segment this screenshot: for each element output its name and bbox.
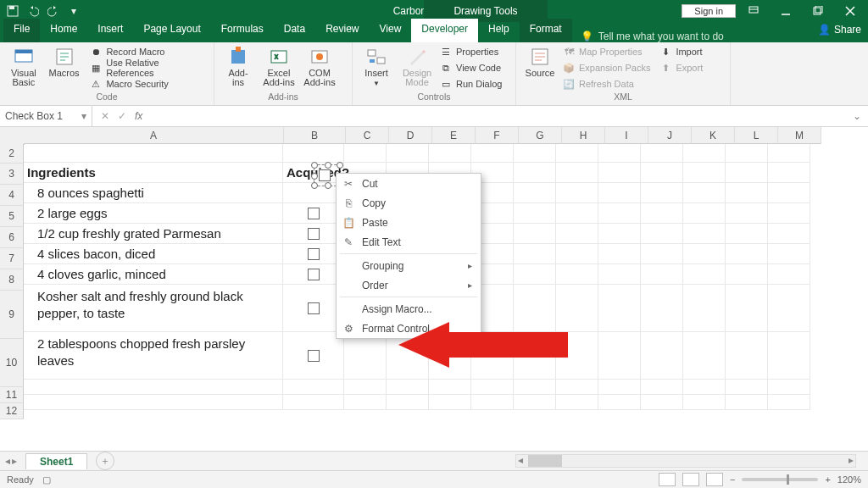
fx-label[interactable]: fx xyxy=(135,110,149,122)
page-layout-view-button[interactable] xyxy=(682,473,699,486)
cell-L11[interactable] xyxy=(726,380,768,395)
context-order[interactable]: Order▸ xyxy=(337,275,481,295)
cell-M5[interactable] xyxy=(768,203,810,224)
context-copy[interactable]: ⎘Copy xyxy=(337,193,481,213)
cell-E2[interactable] xyxy=(429,144,471,163)
horizontal-scrollbar[interactable]: ◂ ▸ xyxy=(515,454,856,468)
import-button[interactable]: ⬇Import xyxy=(659,44,703,59)
cell-M7[interactable] xyxy=(768,244,810,264)
design-mode-button[interactable]: Design Mode xyxy=(398,44,436,87)
expansion-packs-button[interactable]: 📦Expansion Packs xyxy=(562,60,650,75)
row-header-9[interactable]: 9 xyxy=(0,291,24,339)
cell-K9[interactable] xyxy=(683,285,726,332)
addins-button[interactable]: Add- ins xyxy=(220,44,257,87)
zoom-in-button[interactable]: + xyxy=(825,474,830,485)
cell-A11[interactable] xyxy=(24,380,283,395)
cell-G6[interactable] xyxy=(514,224,556,244)
close-icon[interactable] xyxy=(836,0,865,22)
col-header-E[interactable]: E xyxy=(432,127,476,144)
cell-J4[interactable] xyxy=(641,183,683,203)
zoom-out-button[interactable]: − xyxy=(730,474,735,485)
cell-K10[interactable] xyxy=(683,332,726,380)
cell-I12[interactable] xyxy=(598,395,641,410)
cell-H2[interactable] xyxy=(556,144,598,163)
cell-M3[interactable] xyxy=(768,163,810,183)
row-header-6[interactable]: 6 xyxy=(0,227,24,248)
signin-button[interactable]: Sign in xyxy=(682,4,736,18)
map-properties-button[interactable]: 🗺Map Properties xyxy=(562,44,650,59)
cell-K2[interactable] xyxy=(683,144,726,163)
zoom-slider[interactable] xyxy=(742,478,818,481)
cell-H12[interactable] xyxy=(556,395,598,410)
cell-D2[interactable] xyxy=(387,144,429,163)
cell-G2[interactable] xyxy=(514,144,556,163)
cell-J7[interactable] xyxy=(641,244,683,264)
chevron-down-icon[interactable]: ▾ xyxy=(81,110,86,122)
cell-A12[interactable] xyxy=(24,395,283,410)
cell-A9[interactable]: Kosher salt and freshly ground black pep… xyxy=(24,285,283,332)
cell-K7[interactable] xyxy=(683,244,726,264)
tab-review[interactable]: Review xyxy=(315,19,369,42)
cell-J12[interactable] xyxy=(641,395,683,410)
col-header-I[interactable]: I xyxy=(605,127,648,144)
cell-J9[interactable] xyxy=(641,285,683,332)
row-header-3[interactable]: 3 xyxy=(0,164,24,185)
view-code-button[interactable]: ⧉View Code xyxy=(439,60,502,75)
cell-L4[interactable] xyxy=(726,183,768,203)
row-header-2[interactable]: 2 xyxy=(0,144,24,164)
cell-A5[interactable]: 2 large eggs xyxy=(24,203,283,224)
excel-addins-button[interactable]: Excel Add-ins xyxy=(260,44,298,87)
cell-G5[interactable] xyxy=(514,203,556,224)
col-header-A[interactable]: A xyxy=(24,127,284,144)
cell-H8[interactable] xyxy=(556,264,598,285)
relative-refs-button[interactable]: ▦Use Relative References xyxy=(89,60,209,75)
row-header-8[interactable]: 8 xyxy=(0,269,24,291)
checkbox-row-6[interactable] xyxy=(308,228,320,240)
cell-H6[interactable] xyxy=(556,224,598,244)
cell-G3[interactable] xyxy=(514,163,556,183)
cell-D11[interactable] xyxy=(387,380,429,395)
cell-A6[interactable]: 1/2 cup freshly grated Parmesan xyxy=(24,224,283,244)
normal-view-button[interactable] xyxy=(659,473,676,486)
formula-input[interactable] xyxy=(149,106,846,126)
context-assign-macro[interactable]: Assign Macro... xyxy=(337,299,481,319)
cell-M11[interactable] xyxy=(768,380,810,395)
tab-data[interactable]: Data xyxy=(274,19,315,42)
page-break-view-button[interactable] xyxy=(706,473,723,486)
source-button[interactable]: Source xyxy=(521,44,559,78)
cell-B12[interactable] xyxy=(283,395,344,410)
cell-I8[interactable] xyxy=(598,264,641,285)
zoom-level[interactable]: 120% xyxy=(837,474,861,485)
cell-K11[interactable] xyxy=(683,380,726,395)
ribbon-options-icon[interactable] xyxy=(739,0,768,22)
col-header-K[interactable]: K xyxy=(692,127,735,144)
cell-M6[interactable] xyxy=(768,224,810,244)
properties-button[interactable]: ☰Properties xyxy=(439,44,502,59)
cell-K8[interactable] xyxy=(683,264,726,285)
redo-icon[interactable] xyxy=(46,3,61,19)
col-header-J[interactable]: J xyxy=(648,127,692,144)
maximize-icon[interactable] xyxy=(804,0,832,22)
tell-me[interactable]: 💡 Tell me what you want to do xyxy=(581,30,724,42)
cell-I2[interactable] xyxy=(598,144,641,163)
context-grouping[interactable]: Grouping▸ xyxy=(337,256,481,275)
cell-A4[interactable]: 8 ounces spaghetti xyxy=(24,183,283,203)
col-header-B[interactable]: B xyxy=(284,127,346,144)
refresh-data-button[interactable]: 🔄Refresh Data xyxy=(562,76,650,92)
cell-I9[interactable] xyxy=(598,285,641,332)
cell-G7[interactable] xyxy=(514,244,556,264)
cell-I3[interactable] xyxy=(598,163,641,183)
checkbox-row-9[interactable] xyxy=(308,302,320,314)
cell-C12[interactable] xyxy=(344,395,387,410)
context-edit-text[interactable]: ✎Edit Text xyxy=(337,232,481,252)
cell-L2[interactable] xyxy=(726,144,768,163)
cell-C10[interactable] xyxy=(344,332,387,380)
cell-L7[interactable] xyxy=(726,244,768,264)
checkbox-row-8[interactable] xyxy=(308,269,320,280)
col-header-M[interactable]: M xyxy=(778,127,821,144)
cell-K4[interactable] xyxy=(683,183,726,203)
col-header-D[interactable]: D xyxy=(389,127,432,144)
cell-J6[interactable] xyxy=(641,224,683,244)
tab-view[interactable]: View xyxy=(370,19,412,42)
checkbox-row-5[interactable] xyxy=(308,208,320,219)
